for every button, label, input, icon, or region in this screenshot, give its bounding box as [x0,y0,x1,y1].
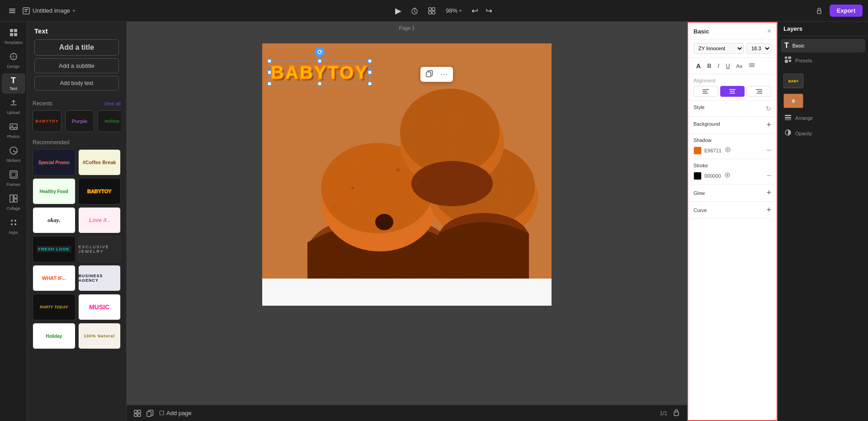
sidebar-item-frames-label: Frames [6,182,20,187]
format-case-button[interactable]: Aa [734,61,745,71]
share-lock-button[interactable] [812,5,826,17]
rec-item-coffee-break[interactable]: #Coffee Break [78,149,121,175]
alignment-label: Alignment [693,78,771,83]
sidebar-item-templates[interactable]: Templates [2,25,25,47]
handle-top-mid[interactable] [317,59,322,63]
handle-right-mid[interactable] [368,70,372,75]
text-element-babytoy[interactable]: BABYTOY [269,61,370,84]
sidebar-item-stickers[interactable]: Stickers [2,143,25,166]
add-title-button[interactable]: Add a title [34,39,119,56]
add-subtitle-button[interactable]: Add a subtitle [34,58,119,73]
layers-tab-arrange[interactable]: Arrange [781,111,865,125]
rec-item-fresh-look[interactable]: FRESH LOOK [33,236,75,262]
layers-tab-presets[interactable]: Presets [781,53,865,67]
handle-top-right[interactable] [368,59,372,63]
rec-item-okay[interactable]: okay. [33,207,75,233]
svg-point-27 [11,223,13,225]
layer-item-text[interactable]: BABY [781,72,865,90]
format-italic-button[interactable]: I [715,61,722,71]
format-bold-button[interactable]: B [704,61,714,71]
basic-panel-close-button[interactable]: × [767,27,771,35]
timer-button[interactable] [408,5,421,17]
layer-items: BABY 🧁 [781,72,865,110]
handle-bottom-left[interactable] [267,81,272,86]
redo-button[interactable]: ↪ [483,4,495,18]
canvas-page[interactable]: BABYTOY [262,43,552,306]
svg-rect-16 [14,33,17,36]
lock-canvas-button[interactable] [673,409,680,418]
menu-button[interactable] [5,5,19,17]
stroke-color-swatch[interactable] [693,172,702,180]
align-right-button[interactable] [746,86,771,97]
background-label: Background [693,121,720,127]
font-size-dropdown[interactable]: 18.36 [746,43,771,54]
svg-rect-50 [138,410,141,413]
layers-tab-opacity[interactable]: Opacity [781,126,865,141]
style-refresh-button[interactable]: ↻ [766,105,771,112]
sidebar-item-frames[interactable]: Frames [2,167,25,189]
add-page-button[interactable]: ☐ Add page [159,410,192,416]
svg-rect-15 [10,33,13,36]
stroke-remove-button[interactable]: − [766,171,771,180]
rec-item-holiday2[interactable]: Holiday [33,323,75,349]
font-selector: ZY Innocent 18.36 [688,39,777,58]
recent-item-babytoy[interactable]: BABYTOY [33,110,61,132]
sidebar-item-upload[interactable]: Upload [2,95,25,118]
duplicate-element-button[interactable] [423,69,436,80]
sidebar-item-apps[interactable]: Apps [2,215,25,237]
topbar-left: Untitled image ▾ [5,5,75,17]
layer-item-image[interactable]: 🧁 [781,92,865,110]
document-title-area[interactable]: Untitled image ▾ [23,7,75,14]
rec-item-exclusive-jewelry[interactable]: Exclusive Jewelry [78,236,121,262]
align-left-button[interactable] [693,86,718,97]
shadow-remove-button[interactable]: − [766,146,771,155]
shadow-adjust-button[interactable] [724,146,731,155]
sidebar-item-collage[interactable]: Collage [2,191,25,213]
sidebar-item-design[interactable]: Design [2,49,25,71]
add-body-button[interactable]: Add body text [34,76,119,90]
rec-item-natural[interactable]: 100% Natural [78,323,121,349]
undo-button[interactable]: ↩ [469,4,481,18]
sidebar-item-text-label: Text [9,86,17,91]
export-button[interactable]: Export [830,5,863,17]
handle-left-mid[interactable] [267,70,272,75]
canvas-options-button[interactable] [134,410,141,417]
rec-item-what-if[interactable]: WHAT IF... [33,265,75,291]
view-all-link[interactable]: View all [104,101,121,106]
rec-item-party-today[interactable]: PARTY TODAY [33,294,75,320]
zoom-selector[interactable]: 98% ▾ [442,5,465,16]
canvas-scroll[interactable]: ··· [127,34,687,405]
layers-tab-basic[interactable]: T Basic [781,39,865,52]
play-button[interactable]: ▶ [392,4,404,18]
rec-item-healthy-food[interactable]: Healthy Food [33,178,75,204]
rec-item-love-it[interactable]: Love it . [78,207,121,233]
stroke-adjust-button[interactable] [724,171,731,180]
rec-item-music[interactable]: MUSIC [78,294,121,320]
handle-top-left[interactable] [267,59,272,63]
view-options-button[interactable] [425,5,439,17]
rotate-handle[interactable] [315,47,325,57]
format-color-button[interactable]: A [693,61,703,71]
more-options-button[interactable]: ··· [438,69,450,80]
frames-icon [9,170,18,181]
shadow-color-swatch[interactable] [693,147,702,155]
font-dropdown[interactable]: ZY Innocent [693,43,744,54]
rec-item-special-promo[interactable]: Special Promo [33,149,75,175]
format-underline-button[interactable]: U [723,61,732,71]
handle-bottom-right[interactable] [368,81,372,86]
curve-add-button[interactable]: + [766,205,771,215]
sidebar-item-text[interactable]: T Text [2,73,25,94]
svg-rect-75 [785,60,788,63]
align-center-button[interactable] [720,86,745,97]
recent-item-holiday[interactable]: Holiday [98,110,121,132]
background-add-button[interactable]: + [766,120,771,130]
glow-add-button[interactable]: + [766,188,771,198]
format-spacing-button[interactable] [746,61,758,71]
rec-item-babytoy2[interactable]: BABYTOY [78,178,121,204]
svg-rect-8 [429,8,431,10]
recent-item-purple[interactable]: Purple [65,110,94,132]
duplicate-page-button[interactable] [146,410,154,417]
rec-item-business-agency[interactable]: BUSINESS AGENCY [78,265,121,291]
handle-bottom-mid[interactable] [317,81,322,86]
sidebar-item-photos[interactable]: Photos [2,119,25,142]
